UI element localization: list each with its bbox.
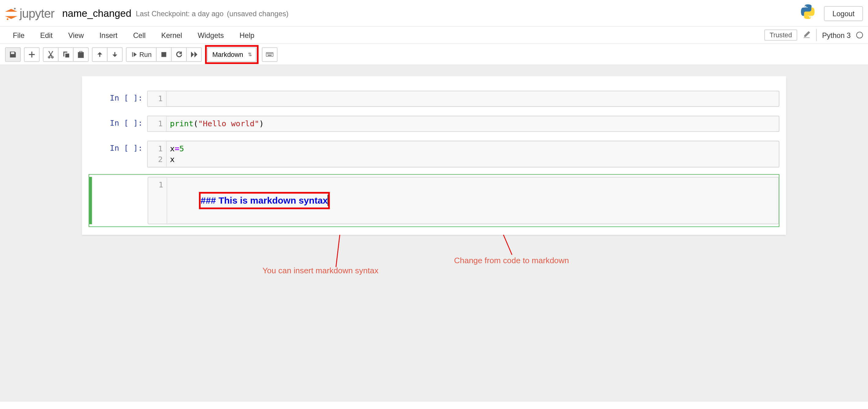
svg-rect-0	[161, 52, 166, 57]
cell-type-highlight: Markdown ⇅	[205, 45, 259, 64]
jupyter-icon	[5, 8, 18, 20]
svg-line-8	[336, 235, 340, 267]
text-cursor	[328, 195, 329, 206]
cell-input[interactable]: 1	[147, 91, 779, 107]
code-body[interactable]: print("Hello world")	[166, 116, 779, 131]
line-gutter: 1	[148, 91, 167, 106]
notebook-name[interactable]: name_changed	[62, 8, 131, 19]
svg-rect-2	[267, 53, 268, 54]
cell-input[interactable]: 12 x=5 x	[147, 141, 779, 167]
menubar: File Edit View Insert Cell Kernel Widget…	[0, 26, 868, 44]
menu-cell[interactable]: Cell	[125, 28, 153, 42]
unsaved-status: (unsaved changes)	[227, 9, 288, 18]
notebook-container: In [ ]: 1 In [ ]: 1 print("Hello world")…	[82, 76, 786, 235]
restart-button[interactable]	[171, 47, 187, 62]
paste-button[interactable]	[73, 47, 89, 62]
line-gutter: 1	[148, 178, 167, 224]
markdown-highlight: ### This is markdown syntax	[199, 192, 330, 209]
copy-button[interactable]	[58, 47, 73, 62]
svg-rect-7	[268, 55, 272, 56]
run-label: Run	[139, 50, 152, 58]
annotation-markdown-syntax: You can insert markdown syntax	[262, 266, 378, 275]
menu-widgets[interactable]: Widgets	[190, 28, 231, 42]
logout-button[interactable]: Logout	[824, 6, 863, 21]
kernel-name[interactable]: Python 3	[822, 31, 850, 39]
annotation-change-markdown: Change from code to markdown	[454, 256, 569, 265]
code-cell[interactable]: In [ ]: 1 print("Hello world")	[89, 113, 779, 134]
save-button[interactable]	[5, 47, 21, 62]
interrupt-button[interactable]	[156, 47, 172, 62]
code-body[interactable]: ### This is markdown syntax	[167, 178, 778, 224]
run-button[interactable]: Run	[126, 47, 157, 62]
header: jupyter name_changed Last Checkpoint: a …	[0, 0, 868, 26]
notebook-area: In [ ]: 1 In [ ]: 1 print("Hello world")…	[0, 65, 868, 402]
code-body[interactable]	[166, 91, 779, 106]
line-gutter: 1	[148, 116, 167, 131]
restart-run-all-button[interactable]	[186, 47, 202, 62]
menu-file[interactable]: File	[5, 28, 32, 42]
cell-input[interactable]: 1 ### This is markdown syntax	[148, 177, 779, 225]
menu-view[interactable]: View	[60, 28, 92, 42]
code-cell[interactable]: In [ ]: 1	[89, 88, 779, 109]
separator	[816, 29, 816, 41]
svg-rect-6	[272, 53, 272, 54]
cut-button[interactable]	[43, 47, 58, 62]
markdown-cell[interactable]: 1 ### This is markdown syntax	[89, 174, 779, 227]
toolbar: Run Markdown ⇅	[0, 44, 868, 65]
python-icon	[800, 3, 816, 24]
trusted-badge[interactable]: Trusted	[765, 29, 797, 40]
cell-type-select[interactable]: Markdown	[207, 47, 256, 62]
jupyter-logo[interactable]: jupyter	[5, 6, 55, 21]
line-gutter: 12	[148, 141, 167, 167]
cell-prompt	[92, 177, 148, 225]
cell-input[interactable]: 1 print("Hello world")	[147, 116, 779, 132]
kernel-idle-icon	[856, 32, 863, 38]
checkpoint-status: Last Checkpoint: a day ago	[136, 9, 224, 18]
svg-rect-5	[271, 53, 272, 54]
menu-help[interactable]: Help	[232, 28, 262, 42]
cell-prompt: In [ ]:	[92, 141, 147, 167]
code-cell[interactable]: In [ ]: 12 x=5 x	[89, 138, 779, 170]
menu-kernel[interactable]: Kernel	[153, 28, 190, 42]
command-palette-button[interactable]	[262, 47, 278, 62]
cell-prompt: In [ ]:	[92, 116, 147, 132]
move-up-button[interactable]	[92, 47, 108, 62]
cell-prompt: In [ ]:	[92, 91, 147, 107]
move-down-button[interactable]	[107, 47, 123, 62]
pencil-icon[interactable]	[803, 30, 810, 40]
code-body[interactable]: x=5 x	[166, 141, 779, 167]
svg-rect-4	[269, 53, 270, 54]
svg-line-9	[444, 235, 512, 255]
menu-insert[interactable]: Insert	[92, 28, 125, 42]
menu-edit[interactable]: Edit	[32, 28, 61, 42]
svg-rect-1	[266, 52, 273, 56]
jupyter-logo-text: jupyter	[20, 6, 55, 21]
markdown-text: ### This is markdown syntax	[200, 195, 328, 205]
svg-rect-3	[268, 53, 269, 54]
add-cell-button[interactable]	[24, 47, 39, 62]
